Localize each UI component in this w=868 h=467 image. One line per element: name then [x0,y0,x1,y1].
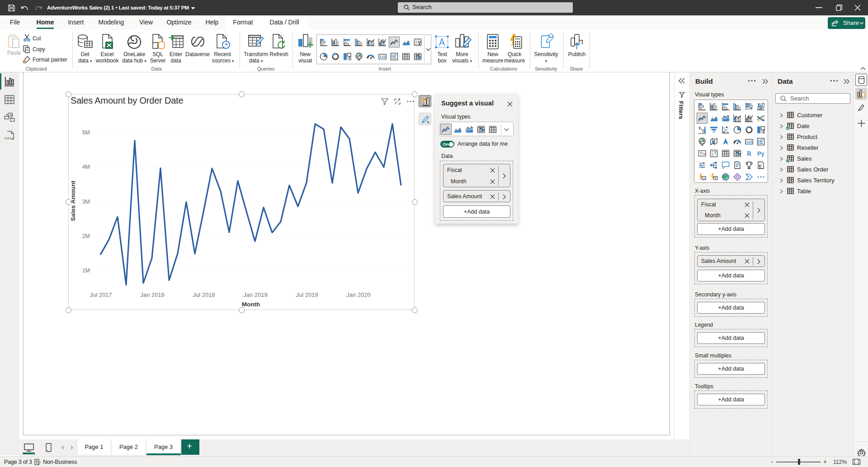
svg-text:123: 123 [746,140,752,144]
svg-text:1M: 1M [82,267,90,274]
svg-text:Jul 2017: Jul 2017 [90,291,112,298]
svg-text:Jul 2018: Jul 2018 [193,291,215,298]
svg-text:Month: Month [242,301,260,308]
svg-text:DAX: DAX [5,136,11,140]
svg-text:Jan 2018: Jan 2018 [140,291,165,298]
svg-text:123: 123 [380,55,386,59]
svg-text:4M: 4M [82,164,90,170]
svg-text:2M: 2M [82,233,90,239]
svg-text:R: R [747,150,752,157]
svg-text:3M: 3M [82,199,90,205]
svg-text:Py: Py [757,151,764,157]
svg-text:Jul 2019: Jul 2019 [296,291,318,298]
svg-text:123: 123 [702,177,706,180]
svg-text:5M: 5M [82,129,90,136]
svg-text:Jan 2019: Jan 2019 [243,291,268,298]
svg-text:Jan 2020: Jan 2020 [346,291,371,298]
